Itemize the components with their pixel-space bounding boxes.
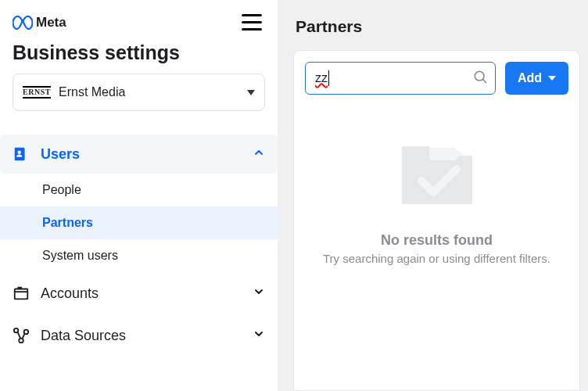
chevron-up-icon <box>253 146 265 162</box>
account-picker[interactable]: ERNST Ernst Media <box>13 74 265 111</box>
page-title: Business settings <box>13 41 265 64</box>
partners-panel: zz Add No results fou <box>293 50 580 391</box>
sidebar-nav: Users People Partners System users <box>0 135 278 357</box>
sidebar-item-partners[interactable]: Partners <box>0 206 278 239</box>
caret-down-icon <box>548 76 556 81</box>
sidebar-section-label: Data Sources <box>41 328 126 344</box>
empty-state: No results found Try searching again or … <box>305 132 568 265</box>
search-input[interactable]: zz <box>305 62 496 95</box>
sidebar-section-label: Users <box>41 146 80 163</box>
svg-rect-0 <box>15 289 28 300</box>
search-icon <box>472 69 488 88</box>
search-input-wrap: zz <box>305 62 496 95</box>
account-logo: ERNST <box>23 84 51 100</box>
sidebar: Meta Business settings ERNST Ernst Media <box>0 0 278 391</box>
empty-subtitle: Try searching again or using different f… <box>323 252 550 265</box>
sidebar-section-data-sources[interactable]: Data Sources <box>0 314 278 357</box>
sidebar-section-accounts[interactable]: Accounts <box>0 272 278 314</box>
svg-point-5 <box>24 330 28 335</box>
main-pane: Partners zz Add <box>278 0 588 391</box>
main-title: Partners <box>278 0 588 50</box>
accounts-icon <box>13 285 30 302</box>
meta-infinity-icon <box>13 16 33 30</box>
add-button[interactable]: Add <box>505 62 568 95</box>
search-value: zz <box>315 71 328 85</box>
svg-line-7 <box>482 79 486 82</box>
empty-title: No results found <box>381 232 493 249</box>
data-sources-icon <box>13 327 30 344</box>
add-button-label: Add <box>518 71 542 85</box>
users-icon <box>13 145 30 163</box>
svg-rect-8 <box>429 148 456 160</box>
brand-name: Meta <box>36 15 66 30</box>
account-name: Ernst Media <box>59 85 125 99</box>
chevron-down-icon <box>253 328 265 343</box>
menu-icon[interactable] <box>238 11 265 34</box>
sidebar-section-users[interactable]: Users <box>0 135 278 174</box>
svg-point-4 <box>19 339 23 343</box>
caret-down-icon <box>247 90 255 95</box>
empty-folder-icon <box>386 132 488 218</box>
sidebar-item-system-users[interactable]: System users <box>0 239 278 272</box>
sidebar-section-label: Accounts <box>41 285 99 302</box>
sidebar-item-people[interactable]: People <box>0 174 278 206</box>
svg-rect-2 <box>17 287 22 289</box>
chevron-down-icon <box>253 285 265 301</box>
text-caret <box>328 70 329 86</box>
meta-logo[interactable]: Meta <box>13 15 66 30</box>
